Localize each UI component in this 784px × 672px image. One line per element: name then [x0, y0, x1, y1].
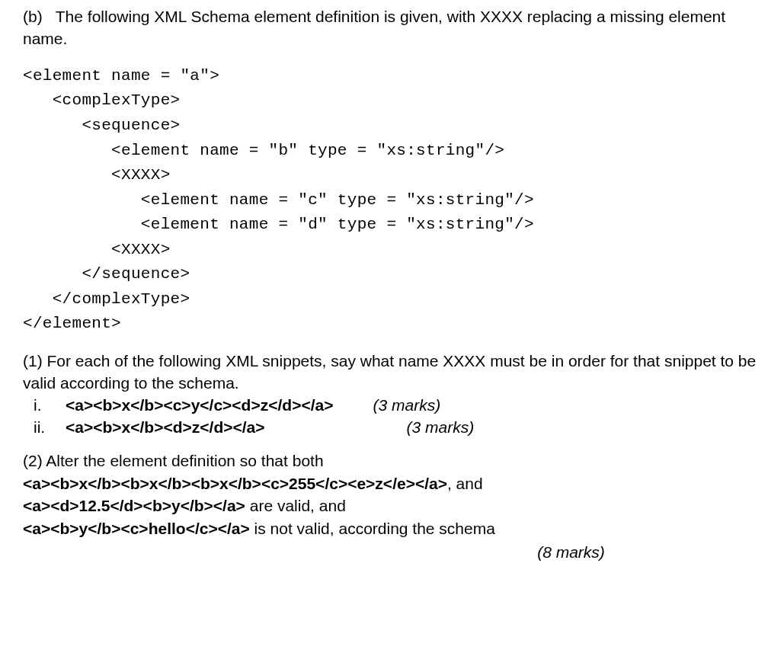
q2-marks: (8 marks) [381, 542, 761, 564]
roman-i: i. [34, 395, 66, 417]
q2-line-3: <a><d>12.5</d><b>y</b></a> are valid, an… [23, 494, 761, 517]
q2-suffix-2: are valid, and [245, 497, 346, 514]
q2-line-1: (2) Alter the element definition so that… [23, 450, 761, 472]
code-line-9: </sequence> [23, 265, 190, 283]
q2-code-1: <a><b>x</b><b>x</b><b>x</b><c>255</c><e>… [23, 475, 447, 492]
code-line-6: <element name = "c" type = "xs:string"/> [23, 191, 534, 209]
question-1: (1) For each of the following XML snippe… [23, 350, 761, 439]
snippet-i-code: <a><b>x</b><c>y</c><d>z</d></a> [66, 395, 333, 417]
q2-code-3: <a><b>y</b><c>hello</c></a> [23, 520, 250, 537]
q2-suffix-3: is not valid, according the schema [250, 520, 495, 537]
code-line-8: <XXXX> [23, 241, 171, 258]
q2-line-2: <a><b>x</b><b>x</b><b>x</b><c>255</c><e>… [23, 472, 761, 495]
intro-text: The following XML Schema element definit… [23, 8, 725, 47]
code-line-1: <element name = "a"> [23, 67, 219, 85]
code-line-4: <element name = "b" type = "xs:string"/> [23, 142, 504, 159]
q2-code-2: <a><d>12.5</d><b>y</b></a> [23, 497, 245, 514]
xml-schema-code: <element name = "a"> <complexType> <sequ… [23, 64, 761, 337]
code-line-3: <sequence> [23, 117, 180, 134]
q1-item-i: i. <a><b>x</b><c>y</c><d>z</d></a> (3 ma… [34, 395, 761, 417]
snippet-ii-marks: (3 marks) [407, 417, 475, 439]
snippet-ii-code: <a><b>x</b><d>z</d></a> [66, 417, 265, 439]
question-2: (2) Alter the element definition so that… [23, 450, 761, 564]
q1-item-ii: ii. <a><b>x</b><d>z</d></a> (3 marks) [34, 417, 761, 439]
q2-suffix-1: , and [447, 475, 483, 492]
code-line-11: </element> [23, 315, 121, 332]
code-line-7: <element name = "d" type = "xs:string"/> [23, 216, 534, 233]
snippet-i-marks: (3 marks) [373, 395, 440, 417]
roman-ii: ii. [34, 417, 66, 439]
code-line-10: </complexType> [23, 290, 190, 308]
part-b-label: (b) [23, 8, 43, 25]
code-line-2: <complexType> [23, 91, 180, 109]
code-line-5: <XXXX> [23, 166, 171, 184]
intro-paragraph: (b) The following XML Schema element def… [23, 6, 761, 50]
q1-prompt: (1) For each of the following XML snippe… [23, 350, 761, 395]
q2-line-4: <a><b>y</b><c>hello</c></a> is not valid… [23, 517, 761, 540]
